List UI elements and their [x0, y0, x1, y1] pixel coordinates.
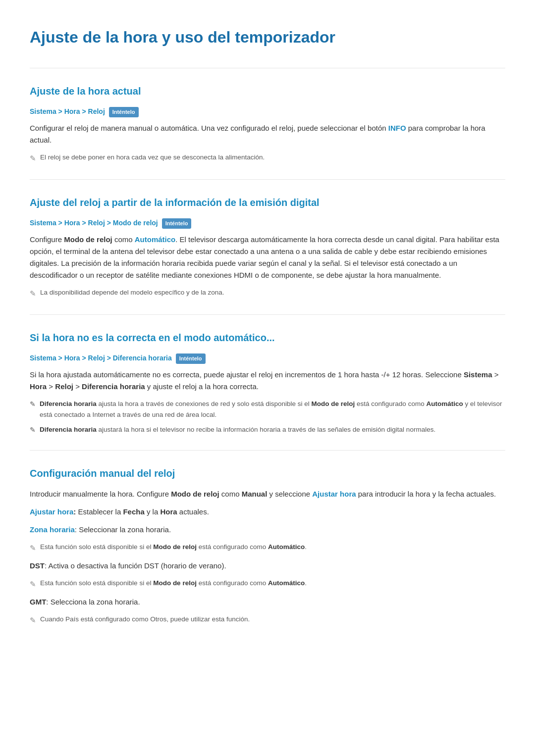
term-gmt: GMT	[30, 598, 46, 606]
section-heading-2: Ajuste del reloj a partir de la informac…	[30, 195, 505, 210]
breadcrumb-arrow-2c: >	[107, 219, 113, 227]
breadcrumb-reloj-1: Reloj	[88, 107, 105, 115]
breadcrumb-hora-1: Hora	[64, 107, 80, 115]
divider-3	[30, 450, 505, 451]
pencil-icon-2-1: ✎	[30, 288, 36, 300]
breadcrumb-reloj-3: Reloj	[88, 354, 105, 362]
breadcrumb-arrow-1a: >	[58, 107, 64, 115]
breadcrumb-arrow-3c: >	[107, 354, 113, 362]
breadcrumb-2: Sistema > Hora > Reloj > Modo de reloj I…	[30, 217, 505, 229]
pencil-icon-1-1: ✎	[30, 152, 36, 164]
term-modo-reloj-2: Modo de reloj	[64, 235, 112, 244]
badge-intentelo-1: Inténtelo	[109, 107, 139, 118]
section-4-intro: Introducir manualmente la hora. Configur…	[30, 488, 505, 500]
divider-1	[30, 179, 505, 180]
info-highlight: INFO	[388, 124, 406, 132]
section-ajuste-hora-actual: Ajuste de la hora actual Sistema > Hora …	[30, 83, 505, 164]
breadcrumb-modo-reloj-2: Modo de reloj	[113, 219, 158, 227]
term-hora: Hora	[160, 507, 177, 516]
badge-intentelo-3: Inténtelo	[176, 353, 206, 364]
breadcrumb-sistema-2: Sistema	[30, 219, 56, 227]
section-ajuste-emision: Ajuste del reloj a partir de la informac…	[30, 195, 505, 300]
section-heading-3: Si la hora no es la correcta en el modo …	[30, 330, 505, 346]
breadcrumb-arrow-1b: >	[82, 107, 88, 115]
breadcrumb-sistema-3: Sistema	[30, 354, 56, 362]
pencil-icon-dst: ✎	[30, 578, 36, 590]
note-zona-text: Esta función solo está disponible si el …	[40, 542, 307, 553]
term-sistema-3: Sistema	[464, 370, 492, 379]
page-title: Ajuste de la hora y uso del temporizador	[30, 25, 505, 50]
badge-intentelo-2: Inténtelo	[162, 218, 192, 229]
pencil-icon-3-1: ✎	[30, 399, 36, 410]
term-modo-reloj-4: Modo de reloj	[171, 490, 219, 498]
note-3-2-text: Diferencia horaria ajustará la hora si e…	[40, 424, 435, 435]
pencil-icon-3-2: ✎	[30, 425, 36, 436]
section-hora-incorrecta: Si la hora no es la correcta en el modo …	[30, 330, 505, 435]
note-3-1: ✎ Diferencia horaria ajusta la hora a tr…	[30, 399, 505, 420]
term-ajustar-hora-colon: :	[73, 507, 76, 516]
item-ajustar-hora: Ajustar hora: Establecer la Fecha y la H…	[30, 506, 505, 518]
pencil-icon-gmt: ✎	[30, 614, 36, 626]
divider-top	[30, 68, 505, 68]
term-manual-4: Manual	[242, 490, 268, 498]
section-config-manual: Configuración manual del reloj Introduci…	[30, 465, 505, 626]
section-1-intro: Configurar el reloj de manera manual o a…	[30, 122, 505, 146]
breadcrumb-1: Sistema > Hora > Reloj Inténtelo	[30, 106, 505, 117]
breadcrumb-arrow-2a: >	[58, 219, 64, 227]
item-gmt: GMT: Selecciona la zona horaria.	[30, 596, 505, 608]
note-gmt: ✎ Cuando País está configurado como Otro…	[30, 614, 505, 626]
note-2-1-text: La disponibilidad depende del modelo esp…	[40, 287, 224, 298]
breadcrumb-sistema-1: Sistema	[30, 107, 56, 115]
breadcrumb-reloj-2: Reloj	[88, 219, 105, 227]
note-zona-horaria: ✎ Esta función solo está disponible si e…	[30, 542, 505, 554]
term-fecha: Fecha	[123, 507, 144, 516]
section-heading-4: Configuración manual del reloj	[30, 465, 505, 481]
divider-2	[30, 314, 505, 315]
term-ajustar-hora: Ajustar hora	[30, 507, 73, 516]
note-1-1-text: El reloj se debe poner en hora cada vez …	[40, 152, 265, 163]
note-3-2: ✎ Diferencia horaria ajustará la hora si…	[30, 424, 505, 436]
breadcrumb-arrow-3a: >	[58, 354, 64, 362]
note-dst-text: Esta función solo está disponible si el …	[40, 578, 307, 589]
section-3-body: Si la hora ajustada automáticamente no e…	[30, 369, 505, 393]
item-dst: DST: Activa o desactiva la función DST (…	[30, 560, 505, 572]
term-reloj-3: Reloj	[55, 382, 73, 391]
term-ajustar-hora-link: Ajustar hora	[312, 490, 356, 498]
item-zona-horaria: Zona horaria: Seleccionar la zona horari…	[30, 524, 505, 536]
breadcrumb-3: Sistema > Hora > Reloj > Diferencia hora…	[30, 353, 505, 364]
note-2-1: ✎ La disponibilidad depende del modelo e…	[30, 287, 505, 300]
term-dst: DST	[30, 561, 45, 570]
term-zona-horaria: Zona horaria	[30, 525, 75, 534]
term-automatico-2: Automático	[135, 235, 176, 244]
section-heading-1: Ajuste de la hora actual	[30, 83, 505, 99]
section-2-body: Configure Modo de reloj como Automático.…	[30, 234, 505, 281]
note-dst: ✎ Esta función solo está disponible si e…	[30, 578, 505, 590]
note-gmt-text: Cuando País está configurado como Otros,…	[40, 614, 250, 625]
breadcrumb-arrow-2b: >	[82, 219, 88, 227]
breadcrumb-arrow-3b: >	[82, 354, 88, 362]
pencil-icon-zona: ✎	[30, 542, 36, 554]
note-3-1-text: Diferencia horaria ajusta la hora a trav…	[40, 399, 505, 420]
breadcrumb-diferencia-3: Diferencia horaria	[113, 354, 172, 362]
note-1-1: ✎ El reloj se debe poner en hora cada ve…	[30, 152, 505, 164]
term-hora-3: Hora	[30, 382, 47, 391]
note-list-3: ✎ Diferencia horaria ajusta la hora a tr…	[30, 399, 505, 435]
breadcrumb-hora-3: Hora	[64, 354, 80, 362]
term-diferencia-3: Diferencia horaria	[82, 382, 145, 391]
breadcrumb-hora-2: Hora	[64, 219, 80, 227]
